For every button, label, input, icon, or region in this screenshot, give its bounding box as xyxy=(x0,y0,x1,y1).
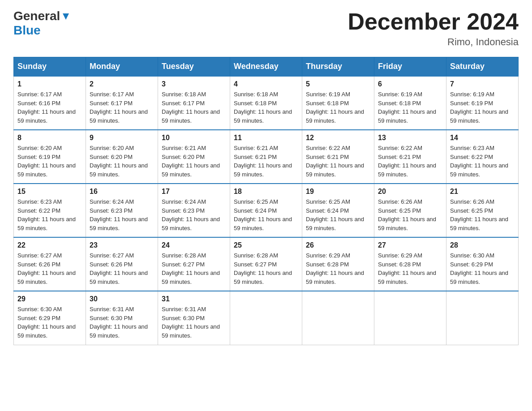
day-info: Sunrise: 6:25 AMSunset: 6:24 PMDaylight:… xyxy=(306,197,370,232)
day-number: 11 xyxy=(234,134,298,142)
calendar-day-cell: 5Sunrise: 6:19 AMSunset: 6:18 PMDaylight… xyxy=(302,76,374,130)
calendar-day-header: Monday xyxy=(86,57,158,77)
logo-triangle-icon xyxy=(61,12,71,21)
calendar-day-cell: 4Sunrise: 6:18 AMSunset: 6:18 PMDaylight… xyxy=(230,76,302,130)
calendar-table: SundayMondayTuesdayWednesdayThursdayFrid… xyxy=(13,57,519,345)
calendar-day-cell: 11Sunrise: 6:21 AMSunset: 6:21 PMDayligh… xyxy=(230,130,302,184)
calendar-day-cell: 26Sunrise: 6:29 AMSunset: 6:28 PMDayligh… xyxy=(302,237,374,291)
day-info: Sunrise: 6:25 AMSunset: 6:24 PMDaylight:… xyxy=(234,197,298,232)
calendar-day-cell: 22Sunrise: 6:27 AMSunset: 6:26 PMDayligh… xyxy=(14,237,86,291)
calendar-day-cell: 21Sunrise: 6:26 AMSunset: 6:25 PMDayligh… xyxy=(446,184,519,237)
day-info: Sunrise: 6:26 AMSunset: 6:25 PMDaylight:… xyxy=(378,197,442,232)
day-info: Sunrise: 6:30 AMSunset: 6:29 PMDaylight:… xyxy=(450,251,515,286)
calendar-day-cell: 23Sunrise: 6:27 AMSunset: 6:26 PMDayligh… xyxy=(86,237,158,291)
day-number: 14 xyxy=(450,134,515,142)
calendar-day-cell: 27Sunrise: 6:29 AMSunset: 6:28 PMDayligh… xyxy=(374,237,446,291)
day-info: Sunrise: 6:23 AMSunset: 6:22 PMDaylight:… xyxy=(17,197,82,232)
day-number: 12 xyxy=(306,134,370,142)
day-info: Sunrise: 6:29 AMSunset: 6:28 PMDaylight:… xyxy=(378,251,442,286)
day-info: Sunrise: 6:31 AMSunset: 6:30 PMDaylight:… xyxy=(90,305,154,340)
day-number: 30 xyxy=(90,295,154,303)
day-number: 5 xyxy=(306,80,370,88)
calendar-body: 1Sunrise: 6:17 AMSunset: 6:16 PMDaylight… xyxy=(14,76,519,345)
day-number: 22 xyxy=(17,241,82,249)
day-number: 8 xyxy=(17,134,82,142)
calendar-day-cell: 30Sunrise: 6:31 AMSunset: 6:30 PMDayligh… xyxy=(86,291,158,345)
day-info: Sunrise: 6:18 AMSunset: 6:18 PMDaylight:… xyxy=(234,90,298,125)
day-number: 26 xyxy=(306,241,370,249)
day-number: 7 xyxy=(450,80,515,88)
day-info: Sunrise: 6:22 AMSunset: 6:21 PMDaylight:… xyxy=(306,144,370,179)
logo-general-text: General xyxy=(13,9,60,23)
day-info: Sunrise: 6:28 AMSunset: 6:27 PMDaylight:… xyxy=(162,251,226,286)
calendar-day-cell: 18Sunrise: 6:25 AMSunset: 6:24 PMDayligh… xyxy=(230,184,302,237)
day-number: 18 xyxy=(234,188,298,196)
calendar-day-cell: 10Sunrise: 6:21 AMSunset: 6:20 PMDayligh… xyxy=(158,130,230,184)
calendar-day-header: Saturday xyxy=(446,57,519,77)
calendar-day-cell: 14Sunrise: 6:23 AMSunset: 6:22 PMDayligh… xyxy=(446,130,519,184)
calendar-day-cell: 1Sunrise: 6:17 AMSunset: 6:16 PMDaylight… xyxy=(14,76,86,130)
day-number: 19 xyxy=(306,188,370,196)
calendar-day-header: Sunday xyxy=(14,57,86,77)
page-header: General Blue December 2024 Rimo, Indones… xyxy=(13,9,519,48)
day-info: Sunrise: 6:27 AMSunset: 6:26 PMDaylight:… xyxy=(17,251,82,286)
day-number: 23 xyxy=(90,241,154,249)
day-number: 28 xyxy=(450,241,515,249)
day-number: 21 xyxy=(450,188,515,196)
day-info: Sunrise: 6:30 AMSunset: 6:29 PMDaylight:… xyxy=(17,305,82,340)
svg-marker-0 xyxy=(63,13,69,20)
day-number: 1 xyxy=(17,80,82,88)
calendar-day-cell: 9Sunrise: 6:20 AMSunset: 6:20 PMDaylight… xyxy=(86,130,158,184)
logo: General Blue xyxy=(13,9,71,38)
calendar-week-row: 22Sunrise: 6:27 AMSunset: 6:26 PMDayligh… xyxy=(14,237,519,291)
calendar-day-cell xyxy=(302,291,374,345)
day-info: Sunrise: 6:22 AMSunset: 6:21 PMDaylight:… xyxy=(378,144,442,179)
calendar-day-header: Wednesday xyxy=(230,57,302,77)
day-info: Sunrise: 6:24 AMSunset: 6:23 PMDaylight:… xyxy=(162,197,226,232)
calendar-day-cell: 8Sunrise: 6:20 AMSunset: 6:19 PMDaylight… xyxy=(14,130,86,184)
calendar-day-header: Friday xyxy=(374,57,446,77)
day-info: Sunrise: 6:31 AMSunset: 6:30 PMDaylight:… xyxy=(162,305,226,340)
calendar-week-row: 1Sunrise: 6:17 AMSunset: 6:16 PMDaylight… xyxy=(14,76,519,130)
day-number: 27 xyxy=(378,241,442,249)
day-number: 10 xyxy=(162,134,226,142)
calendar-header-row: SundayMondayTuesdayWednesdayThursdayFrid… xyxy=(14,57,519,77)
calendar-day-cell: 2Sunrise: 6:17 AMSunset: 6:17 PMDaylight… xyxy=(86,76,158,130)
day-info: Sunrise: 6:27 AMSunset: 6:26 PMDaylight:… xyxy=(90,251,154,286)
calendar-day-cell: 19Sunrise: 6:25 AMSunset: 6:24 PMDayligh… xyxy=(302,184,374,237)
calendar-day-cell: 13Sunrise: 6:22 AMSunset: 6:21 PMDayligh… xyxy=(374,130,446,184)
day-number: 4 xyxy=(234,80,298,88)
day-number: 31 xyxy=(162,295,226,303)
calendar-day-cell: 12Sunrise: 6:22 AMSunset: 6:21 PMDayligh… xyxy=(302,130,374,184)
header-right: December 2024 Rimo, Indonesia xyxy=(348,9,519,48)
day-info: Sunrise: 6:17 AMSunset: 6:16 PMDaylight:… xyxy=(17,90,82,125)
calendar-day-cell: 15Sunrise: 6:23 AMSunset: 6:22 PMDayligh… xyxy=(14,184,86,237)
day-info: Sunrise: 6:19 AMSunset: 6:19 PMDaylight:… xyxy=(450,90,515,125)
day-info: Sunrise: 6:24 AMSunset: 6:23 PMDaylight:… xyxy=(90,197,154,232)
logo-blue-text: Blue xyxy=(13,23,41,37)
calendar-day-cell: 3Sunrise: 6:18 AMSunset: 6:17 PMDaylight… xyxy=(158,76,230,130)
calendar-day-cell: 29Sunrise: 6:30 AMSunset: 6:29 PMDayligh… xyxy=(14,291,86,345)
day-info: Sunrise: 6:19 AMSunset: 6:18 PMDaylight:… xyxy=(306,90,370,125)
day-info: Sunrise: 6:17 AMSunset: 6:17 PMDaylight:… xyxy=(90,90,154,125)
day-info: Sunrise: 6:20 AMSunset: 6:19 PMDaylight:… xyxy=(17,144,82,179)
calendar-day-cell xyxy=(374,291,446,345)
day-number: 3 xyxy=(162,80,226,88)
day-info: Sunrise: 6:20 AMSunset: 6:20 PMDaylight:… xyxy=(90,144,154,179)
calendar-day-cell: 25Sunrise: 6:28 AMSunset: 6:27 PMDayligh… xyxy=(230,237,302,291)
day-number: 2 xyxy=(90,80,154,88)
calendar-week-row: 29Sunrise: 6:30 AMSunset: 6:29 PMDayligh… xyxy=(14,291,519,345)
calendar-day-cell xyxy=(446,291,519,345)
day-number: 15 xyxy=(17,188,82,196)
calendar-day-cell: 28Sunrise: 6:30 AMSunset: 6:29 PMDayligh… xyxy=(446,237,519,291)
day-number: 25 xyxy=(234,241,298,249)
calendar-day-cell: 31Sunrise: 6:31 AMSunset: 6:30 PMDayligh… xyxy=(158,291,230,345)
day-number: 24 xyxy=(162,241,226,249)
day-number: 17 xyxy=(162,188,226,196)
calendar-day-cell: 6Sunrise: 6:19 AMSunset: 6:18 PMDaylight… xyxy=(374,76,446,130)
day-number: 29 xyxy=(17,295,82,303)
calendar-day-cell: 24Sunrise: 6:28 AMSunset: 6:27 PMDayligh… xyxy=(158,237,230,291)
day-info: Sunrise: 6:28 AMSunset: 6:27 PMDaylight:… xyxy=(234,251,298,286)
day-info: Sunrise: 6:19 AMSunset: 6:18 PMDaylight:… xyxy=(378,90,442,125)
calendar-day-cell: 7Sunrise: 6:19 AMSunset: 6:19 PMDaylight… xyxy=(446,76,519,130)
